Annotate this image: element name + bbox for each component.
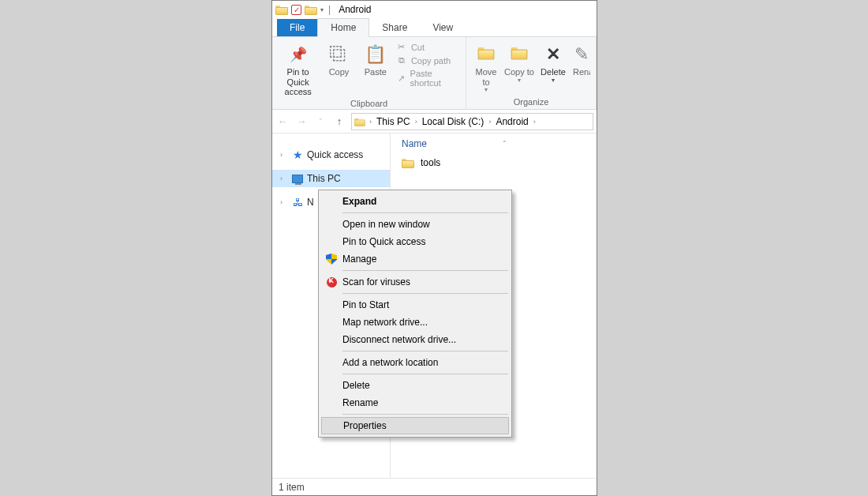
pin-to-quick-access-button[interactable]: Pin to Quick access bbox=[277, 40, 319, 97]
cut-button[interactable]: ✂Cut bbox=[395, 42, 461, 52]
ctx-open-new-window[interactable]: Open in new window bbox=[320, 216, 510, 233]
separator bbox=[342, 293, 508, 294]
ribbon: Pin to Quick access Copy Paste ✂Cut ⧉Cop… bbox=[272, 37, 597, 110]
address-bar[interactable]: › This PC › Local Disk (C:) › Android › bbox=[351, 113, 593, 130]
tab-file[interactable]: File bbox=[277, 19, 317, 36]
address-folder-icon bbox=[354, 117, 365, 126]
tab-share[interactable]: Share bbox=[369, 19, 420, 36]
pin-label: Pin to Quick access bbox=[277, 67, 319, 97]
qat-dropdown-icon[interactable]: ▾ bbox=[320, 6, 324, 13]
group-organize: Move to ▼ Copy to ▼ Delete ▼ Rename bbox=[466, 37, 597, 109]
nav-up-button[interactable]: ↑ bbox=[332, 115, 346, 129]
title-separator: | bbox=[328, 4, 331, 15]
rename-button[interactable]: Rename bbox=[572, 40, 591, 77]
ctx-disconnect-drive[interactable]: Disconnect network drive... bbox=[320, 331, 510, 348]
group-clipboard: Pin to Quick access Copy Paste ✂Cut ⧉Cop… bbox=[272, 37, 466, 109]
separator bbox=[342, 351, 508, 351]
shield-icon bbox=[325, 253, 338, 265]
tab-home[interactable]: Home bbox=[317, 18, 369, 37]
copy-to-icon bbox=[507, 42, 532, 67]
ctx-rename[interactable]: Rename bbox=[320, 394, 510, 411]
chevron-down-icon: ▼ bbox=[551, 77, 556, 84]
file-row-tools[interactable]: tools bbox=[398, 154, 589, 171]
separator bbox=[342, 270, 508, 271]
column-header-row: Name ˄ bbox=[398, 133, 589, 154]
clipboard-group-label: Clipboard bbox=[277, 97, 461, 109]
paste-button[interactable]: Paste bbox=[359, 40, 392, 77]
ctx-add-network-location[interactable]: Add a network location bbox=[320, 354, 510, 371]
chevron-down-icon: ▼ bbox=[517, 77, 522, 84]
clipboard-small-buttons: ✂Cut ⧉Copy path ↗Paste shortcut bbox=[395, 40, 461, 88]
tab-view[interactable]: View bbox=[420, 19, 466, 36]
this-pc-icon bbox=[291, 172, 304, 185]
rename-icon bbox=[569, 42, 594, 67]
ctx-map-drive[interactable]: Map network drive... bbox=[320, 314, 510, 331]
chevron-right-icon[interactable]: › bbox=[368, 118, 373, 126]
folder-icon bbox=[402, 157, 414, 168]
expand-icon[interactable]: › bbox=[280, 175, 288, 182]
nav-recent-dropdown[interactable]: ˅ bbox=[313, 115, 327, 129]
chevron-right-icon[interactable]: › bbox=[532, 118, 537, 126]
paste-shortcut-icon: ↗ bbox=[395, 73, 407, 84]
context-menu: Expand Open in new window Pin to Quick a… bbox=[318, 190, 512, 438]
delete-icon bbox=[541, 42, 566, 67]
copy-button[interactable]: Copy bbox=[322, 40, 355, 77]
tree-label: N bbox=[307, 197, 314, 208]
ribbon-tabs: File Home Share View bbox=[272, 18, 597, 37]
expand-icon[interactable]: › bbox=[280, 198, 288, 206]
window-title: Android bbox=[339, 4, 371, 15]
app-folder-icon bbox=[275, 4, 288, 15]
chevron-right-icon[interactable]: › bbox=[487, 118, 492, 126]
separator bbox=[342, 212, 508, 213]
copy-icon bbox=[326, 42, 351, 67]
ctx-delete[interactable]: Delete bbox=[320, 377, 510, 394]
chevron-right-icon[interactable]: › bbox=[413, 118, 419, 126]
ctx-pin-start[interactable]: Pin to Start bbox=[320, 296, 510, 314]
copy-path-icon: ⧉ bbox=[395, 55, 408, 66]
nav-forward-button[interactable]: → bbox=[294, 115, 309, 129]
delete-button[interactable]: Delete ▼ bbox=[537, 40, 569, 84]
move-to-button[interactable]: Move to ▼ bbox=[471, 40, 501, 93]
breadcrumb-android[interactable]: Android bbox=[494, 116, 529, 127]
separator bbox=[342, 374, 508, 374]
file-name: tools bbox=[421, 157, 440, 168]
pin-icon bbox=[286, 42, 311, 67]
ctx-scan-viruses[interactable]: Scan for viruses bbox=[320, 273, 510, 291]
column-name[interactable]: Name bbox=[402, 138, 427, 149]
tree-quick-access[interactable]: › ★ Quick access bbox=[272, 146, 390, 163]
paste-shortcut-button[interactable]: ↗Paste shortcut bbox=[395, 69, 461, 88]
separator bbox=[342, 414, 508, 415]
antivirus-icon bbox=[325, 276, 338, 288]
expand-icon[interactable]: › bbox=[280, 151, 288, 159]
delete-label: Delete bbox=[541, 67, 566, 77]
chevron-down-icon: ▼ bbox=[484, 87, 489, 93]
address-row: ← → ˅ ↑ › This PC › Local Disk (C:) › An… bbox=[272, 110, 597, 133]
qat-folder-icon[interactable] bbox=[305, 4, 317, 15]
organize-group-label: Organize bbox=[471, 96, 591, 107]
ctx-pin-quick-access[interactable]: Pin to Quick access bbox=[320, 233, 510, 250]
ctx-expand[interactable]: Expand bbox=[320, 193, 510, 210]
copy-to-label: Copy to bbox=[504, 67, 534, 77]
status-bar: 1 item bbox=[272, 478, 597, 495]
paste-icon bbox=[363, 42, 388, 67]
tree-label: This PC bbox=[307, 173, 341, 184]
ctx-properties[interactable]: Properties bbox=[321, 417, 509, 434]
copy-path-button[interactable]: ⧉Copy path bbox=[395, 55, 461, 66]
ctx-manage[interactable]: Manage bbox=[320, 250, 510, 268]
quick-access-icon: ★ bbox=[291, 148, 304, 161]
breadcrumb-this-pc[interactable]: This PC bbox=[375, 116, 412, 127]
paste-label: Paste bbox=[365, 67, 387, 77]
move-to-icon bbox=[473, 42, 499, 67]
cut-icon: ✂ bbox=[395, 42, 408, 52]
status-text: 1 item bbox=[279, 482, 305, 493]
rename-label: Rename bbox=[573, 67, 590, 77]
title-bar: ✓ ▾ | Android bbox=[272, 1, 597, 18]
nav-back-button[interactable]: ← bbox=[275, 115, 290, 129]
qat-save-icon[interactable]: ✓ bbox=[291, 5, 301, 15]
sort-indicator-icon: ˄ bbox=[503, 140, 507, 148]
network-icon: 🖧 bbox=[291, 196, 304, 209]
tree-this-pc[interactable]: › This PC bbox=[272, 170, 390, 187]
copy-label: Copy bbox=[329, 67, 350, 77]
breadcrumb-local-disk[interactable]: Local Disk (C:) bbox=[421, 116, 486, 127]
copy-to-button[interactable]: Copy to ▼ bbox=[504, 40, 534, 84]
